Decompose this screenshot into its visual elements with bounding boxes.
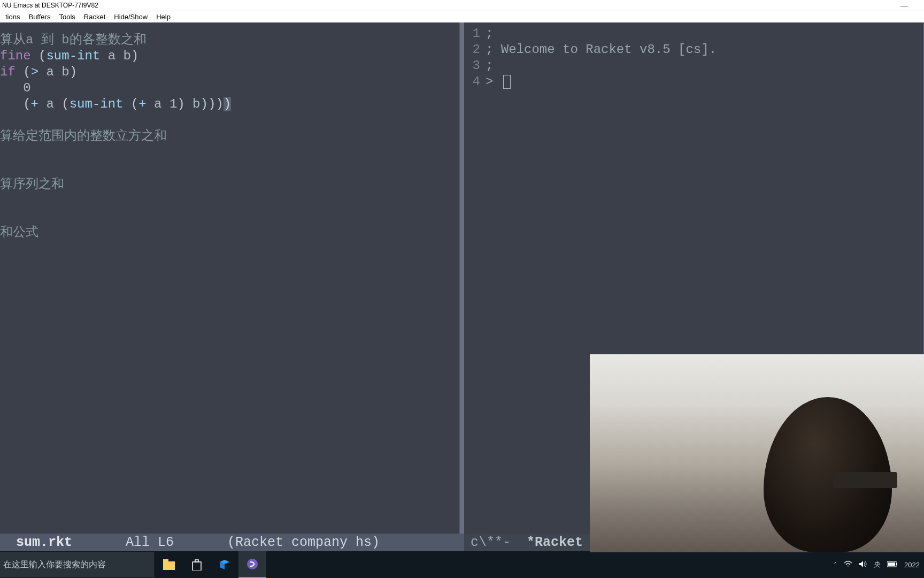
svg-point-4 (247, 559, 258, 569)
windows-taskbar: 在这里输入你要搜索的内容 ˄ 央 2022 (0, 551, 924, 578)
code-line: 0 (0, 80, 460, 96)
repl-line: > (486, 74, 717, 90)
repl-line: ; Welcome to Racket v8.5 [cs]. (486, 42, 717, 58)
code-line: 算从a 到 b的各整数之和 (0, 32, 460, 48)
menu-options[interactable]: tions (1, 13, 24, 21)
menu-help[interactable]: Help (152, 13, 175, 21)
taskbar-clock[interactable]: 2022 (904, 561, 920, 569)
menu-racket[interactable]: Racket (80, 13, 110, 21)
source-pane[interactable]: 算从a 到 b的各整数之和fine (sum-int a b)if (> a b… (0, 22, 460, 534)
app-icon-blue[interactable] (211, 551, 238, 578)
window-titlebar: NU Emacs at DESKTOP-77I9V82 — (0, 0, 924, 11)
line-number: 3 (464, 58, 480, 74)
code-line (0, 161, 460, 177)
line-number: 1 (464, 26, 480, 42)
repl-cursor[interactable] (503, 75, 511, 89)
emacs-icon[interactable] (238, 551, 266, 578)
menu-buffers[interactable]: Buffers (24, 13, 55, 21)
code-line: (+ a (sum-int (+ a 1) b)))) (0, 96, 460, 112)
svg-rect-3 (195, 560, 198, 562)
window-title: NU Emacs at DESKTOP-77I9V82 (2, 2, 98, 9)
battery-icon[interactable] (887, 561, 898, 569)
window-minimize-button[interactable]: — (900, 1, 908, 10)
webcam-overlay (590, 354, 924, 552)
code-line: 算序列之和 (0, 177, 460, 193)
code-line: if (> a b) (0, 64, 460, 80)
menu-tools[interactable]: Tools (55, 13, 79, 21)
svg-rect-0 (163, 561, 175, 570)
code-line: fine (sum-int a b) (0, 48, 460, 64)
repl-line: ; (486, 26, 717, 42)
line-gutter: 1234 (464, 26, 480, 90)
scrollbar[interactable] (459, 22, 460, 534)
svg-rect-1 (163, 559, 168, 562)
system-tray: ˄ 央 2022 (834, 560, 920, 569)
svg-rect-2 (192, 562, 201, 571)
modified-flags: c\**- (471, 535, 511, 550)
code-line (0, 193, 460, 209)
buffer-name: *Racket (527, 535, 583, 550)
code-line (0, 144, 460, 161)
menubar: tions Buffers Tools Racket Hide/Show Hel… (0, 11, 924, 22)
mode-indicator: (Racket company hs) (227, 535, 380, 550)
search-placeholder: 在这里输入你要搜索的内容 (3, 559, 106, 571)
pane-divider[interactable] (460, 22, 464, 534)
repl-content[interactable]: ;; Welcome to Racket v8.5 [cs].;> (486, 26, 717, 90)
code-line: 算给定范围内的整数立方之和 (0, 128, 460, 144)
svg-rect-7 (888, 562, 895, 566)
svg-rect-6 (896, 563, 897, 565)
line-number: 2 (464, 42, 480, 58)
microsoft-store-icon[interactable] (183, 551, 211, 578)
buffer-name: sum.rkt (16, 535, 72, 550)
repl-line: ; (486, 58, 717, 74)
code-line (0, 112, 460, 128)
line-number: 4 (464, 74, 480, 90)
code-line (0, 209, 460, 225)
taskbar-apps (155, 551, 266, 578)
file-explorer-icon[interactable] (155, 551, 183, 578)
code-line: 和公式 (0, 225, 460, 241)
wifi-icon[interactable] (844, 560, 852, 569)
volume-icon[interactable] (859, 560, 867, 569)
ime-indicator[interactable]: 央 (874, 560, 881, 569)
modeline-active[interactable]: sum.rkt All L6 (Racket company hs) (0, 534, 464, 551)
chevron-up-icon[interactable]: ˄ (834, 561, 837, 569)
taskbar-search[interactable]: 在这里输入你要搜索的内容 (0, 552, 155, 577)
position-indicator: All L6 (126, 535, 174, 550)
menu-hideshow[interactable]: Hide/Show (110, 13, 152, 21)
